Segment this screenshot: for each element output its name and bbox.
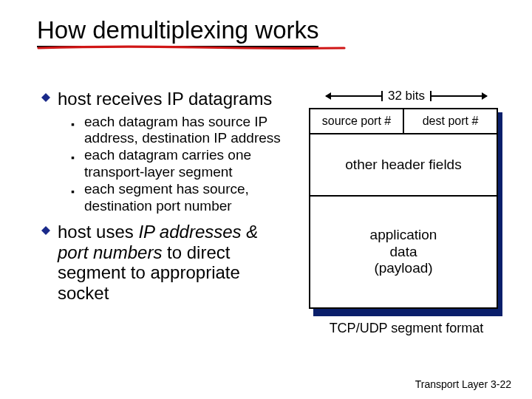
ports-row: source port # dest port #	[310, 109, 497, 134]
other-header-cell: other header fields	[310, 134, 497, 197]
footer-label: Transport Layer	[415, 378, 488, 390]
diamond-bullet-icon	[41, 226, 52, 303]
bullet-text: host receives IP datagrams	[58, 89, 272, 109]
left-column: host receives IP datagrams ▪ each datagr…	[41, 89, 293, 307]
sub-bullet: ▪ each segment has source, destination p…	[71, 181, 293, 214]
square-bullet-icon: ▪	[71, 151, 78, 180]
slide-footer: Transport Layer 3-22	[415, 378, 511, 390]
segment-diagram: 32 bits source port # dest port # other …	[303, 89, 510, 336]
segment-box: source port # dest port # other header f…	[309, 108, 498, 309]
arrow-left-icon	[326, 95, 382, 97]
sub-bullet: ▪ each datagram has source IP address, d…	[71, 114, 293, 147]
sub-bullet-text: each segment has source, destination por…	[84, 181, 293, 214]
sub-bullet: ▪ each datagram carries one transport-la…	[71, 147, 293, 180]
text-part: host uses	[58, 222, 138, 242]
square-bullet-icon: ▪	[71, 185, 78, 214]
footer-page: 3-22	[491, 378, 511, 390]
sub-bullet-text: each datagram has source IP address, des…	[84, 114, 293, 147]
arrow-right-icon	[431, 95, 487, 97]
bullet-main-1: host receives IP datagrams	[41, 89, 293, 109]
bullet-text: host uses IP addresses & port numbers to…	[58, 222, 293, 303]
diagram-caption: TCP/UDP segment format	[303, 321, 510, 336]
svg-marker-1	[41, 226, 50, 235]
square-bullet-icon: ▪	[71, 118, 78, 147]
box-outline: source port # dest port # other header f…	[309, 108, 498, 309]
payload-cell: applicationdata(payload)	[310, 197, 497, 307]
bits-row: 32 bits	[303, 89, 510, 103]
svg-marker-0	[41, 93, 50, 102]
source-port-cell: source port #	[310, 109, 403, 133]
title-underline	[37, 45, 347, 52]
dest-port-cell: dest port #	[403, 109, 497, 133]
diamond-bullet-icon	[41, 93, 52, 109]
bits-label: 32 bits	[388, 89, 425, 103]
bullet-main-2: host uses IP addresses & port numbers to…	[41, 222, 293, 303]
slide-title: How demultiplexing works	[37, 16, 318, 47]
sub-bullet-text: each datagram carries one transport-laye…	[84, 147, 293, 180]
sub-bullet-list: ▪ each datagram has source IP address, d…	[71, 114, 293, 214]
